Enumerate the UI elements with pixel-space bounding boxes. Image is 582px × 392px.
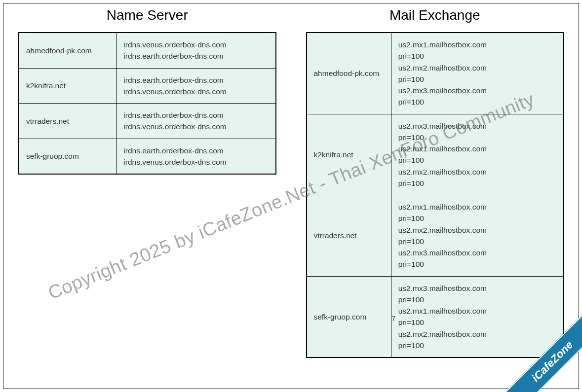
value-cell: irdns.earth.orderbox-dns.com irdns.venus… [116,68,276,104]
table-row: vtrraders.netus2.mx1.mailhostbox.com pri… [307,195,564,277]
value-cell: irdns.earth.orderbox-dns.com irdns.venus… [116,104,276,139]
mail-exchange-column: Mail Exchange ahmedfood-pk.comus2.mx1.ma… [291,3,579,389]
domain-cell: k2knifra.net [19,68,116,104]
table-row: k2knifra.netus2.mx3.mailhostbox.com pri=… [307,114,564,195]
domain-cell: ahmedfood-pk.com [307,33,391,114]
value-cell: us2.mx3.mailhostbox.com pri=100 us2.mx1.… [391,114,563,195]
content-frame: Name Server ahmedfood-pk.comirdns.venus.… [3,3,579,389]
document-canvas: Name Server ahmedfood-pk.comirdns.venus.… [0,0,582,392]
name-server-table: ahmedfood-pk.comirdns.venus.orderbox-dns… [18,32,276,175]
mail-exchange-table: ahmedfood-pk.comus2.mx1.mailhostbox.com … [306,32,564,358]
table-row: ahmedfood-pk.comus2.mx1.mailhostbox.com … [307,33,564,114]
value-cell: us2.mx1.mailhostbox.com pri=100 us2.mx2.… [391,195,563,277]
name-server-heading: Name Server [18,7,276,23]
columns-wrapper: Name Server ahmedfood-pk.comirdns.venus.… [3,3,579,389]
domain-cell: ahmedfood-pk.com [19,33,116,68]
name-server-column: Name Server ahmedfood-pk.comirdns.venus.… [3,3,291,389]
table-row: sefk-gruop.comirdns.earth.orderbox-dns.c… [19,139,276,174]
value-cell: irdns.venus.orderbox-dns.com irdns.earth… [116,33,276,68]
domain-cell: sefk-gruop.com [307,276,391,357]
table-row: vtrraders.netirdns.earth.orderbox-dns.co… [19,104,276,139]
domain-cell: vtrraders.net [307,195,391,277]
table-row: ahmedfood-pk.comirdns.venus.orderbox-dns… [19,33,276,68]
table-row: sefk-gruop.comus2.mx3.mailhostbox.com pr… [307,276,564,357]
domain-cell: k2knifra.net [307,114,391,195]
domain-cell: sefk-gruop.com [19,139,116,174]
mail-exchange-heading: Mail Exchange [306,7,564,23]
domain-cell: vtrraders.net [19,104,116,139]
stray-character: 7 [391,314,395,322]
value-cell: irdns.earth.orderbox-dns.com irdns.venus… [116,139,276,174]
value-cell: us2.mx1.mailhostbox.com pri=100 us2.mx2.… [391,33,563,114]
value-cell: us2.mx3.mailhostbox.com pri=100 us2.mx1.… [391,276,563,357]
table-row: k2knifra.netirdns.earth.orderbox-dns.com… [19,68,276,104]
